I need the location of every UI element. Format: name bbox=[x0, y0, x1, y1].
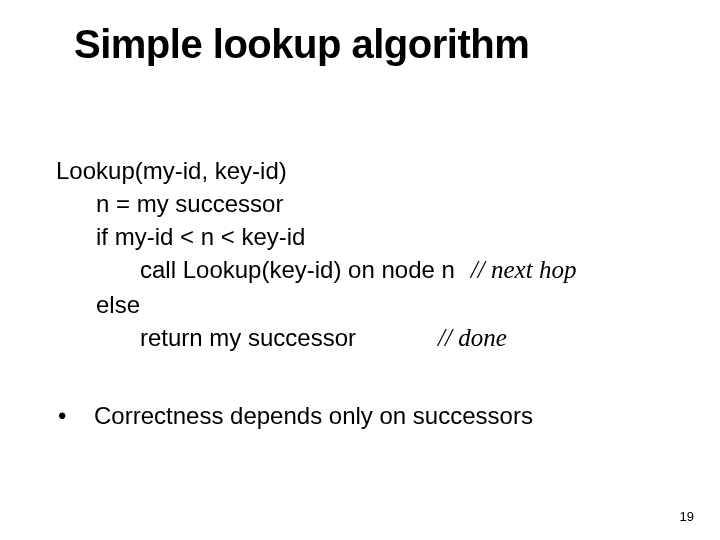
code-line-3: if my-id < n < key-id bbox=[56, 220, 680, 253]
page-number: 19 bbox=[680, 509, 694, 524]
code-comment-6: // done bbox=[438, 324, 507, 351]
code-line-4: call Lookup(key-id) on node n// next hop bbox=[56, 253, 680, 288]
slide-body: Lookup(my-id, key-id) n = my successor i… bbox=[56, 154, 680, 433]
code-text-4: call Lookup(key-id) on node n bbox=[140, 256, 455, 283]
bullet-text: Correctness depends only on successors bbox=[94, 399, 533, 432]
code-line-5: else bbox=[56, 288, 680, 321]
code-line-2: n = my successor bbox=[56, 187, 680, 220]
code-text-6: return my successor bbox=[140, 324, 356, 351]
slide-title: Simple lookup algorithm bbox=[74, 22, 529, 67]
slide: Simple lookup algorithm Lookup(my-id, ke… bbox=[0, 0, 720, 540]
code-line-1: Lookup(my-id, key-id) bbox=[56, 154, 680, 187]
bullet-dot-icon: • bbox=[56, 399, 94, 432]
bullet-item: • Correctness depends only on successors bbox=[56, 399, 680, 432]
code-line-6: return my successor// done bbox=[56, 321, 680, 356]
code-comment-4: // next hop bbox=[471, 256, 577, 283]
